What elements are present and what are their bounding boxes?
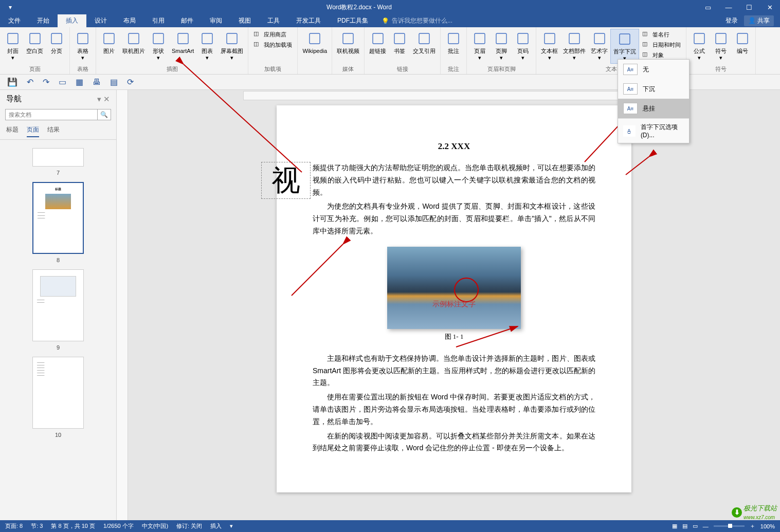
status-track[interactable]: 修订: 关闭 xyxy=(176,522,202,530)
view-web-icon[interactable]: ▭ xyxy=(693,523,698,529)
nav-tab-结果[interactable]: 结果 xyxy=(47,125,60,137)
ribbon-页脚-button[interactable]: 页脚▾ xyxy=(491,29,512,63)
menu-tab-布局[interactable]: 布局 xyxy=(115,14,144,27)
qat-btn[interactable]: ▦ xyxy=(76,77,83,87)
menu-tab-视图[interactable]: 视图 xyxy=(230,14,259,27)
ribbon-封面-button[interactable]: 封面▾ xyxy=(2,29,24,63)
menu-tabs: 文件开始插入设计布局引用邮件审阅视图工具开发工具PDF工具集💡告诉我您想要做什么… xyxy=(0,14,780,27)
ribbon-交叉引用-button[interactable]: 交叉引用 xyxy=(410,29,438,56)
ribbon-形状-button[interactable]: 形状▾ xyxy=(148,29,169,63)
ribbon-文档部件-button[interactable]: 文档部件▾ xyxy=(560,29,588,63)
minimize-button[interactable]: — xyxy=(718,0,739,14)
ribbon-符号-button[interactable]: 符号▾ xyxy=(710,29,732,63)
dropcap-frame[interactable]: 视 xyxy=(261,162,311,199)
svg-rect-8 xyxy=(202,33,212,44)
zoom-in-icon[interactable]: ＋ xyxy=(750,522,755,530)
ribbon-页眉-button[interactable]: 页眉▾ xyxy=(469,29,491,63)
title-bar: ▾ Word教程2.docx - Word ▭ — ☐ ✕ xyxy=(0,0,780,14)
dropdown-item-下沉[interactable]: A≡下沉 xyxy=(618,79,689,99)
status-lang[interactable]: 中文(中国) xyxy=(142,522,168,530)
horizontal-ruler xyxy=(243,91,665,100)
document-image[interactable]: 示例标注文字 xyxy=(387,247,521,329)
ribbon-display-options-icon[interactable]: ▭ xyxy=(698,0,718,14)
menu-tab-引用[interactable]: 引用 xyxy=(144,14,173,27)
ribbon-我的加载项-button[interactable]: ◫我的加载项 xyxy=(251,40,294,49)
ribbon-书签-button[interactable]: 书签 xyxy=(389,29,410,56)
ribbon-日期和时间-button[interactable]: ◫日期和时间 xyxy=(640,40,683,49)
qat-btn[interactable]: 🖶 xyxy=(93,78,101,87)
page-thumbnail-9[interactable]: ━━━━━━━━━━━━━━ xyxy=(32,269,84,341)
menu-tab-审阅[interactable]: 审阅 xyxy=(202,14,230,27)
undo-icon[interactable]: ↶ xyxy=(27,77,33,87)
dropdown-options[interactable]: A̲首字下沉选项(D)... xyxy=(618,119,689,143)
ribbon-页码-button[interactable]: 页码▾ xyxy=(512,29,534,63)
ribbon-签名行-button[interactable]: ◫签名行 xyxy=(640,30,683,39)
status-extra[interactable]: ▾ xyxy=(230,523,233,529)
save-icon[interactable]: 💾 xyxy=(7,77,17,87)
page-thumbnail-7[interactable] xyxy=(32,148,84,167)
ribbon-联机视频-button[interactable]: 联机视频 xyxy=(334,29,362,56)
menu-tab-开始[interactable]: 开始 xyxy=(29,14,58,27)
ribbon-编号-button[interactable]: 编号 xyxy=(732,29,753,56)
zoom-out-icon[interactable]: — xyxy=(703,523,709,529)
menu-tab-开发工具[interactable]: 开发工具 xyxy=(288,14,329,27)
maximize-button[interactable]: ☐ xyxy=(739,0,759,14)
status-pages[interactable]: 第 8 页，共 10 页 xyxy=(51,522,95,530)
share-button[interactable]: 👤 共享 xyxy=(744,15,774,26)
menu-tab-设计[interactable]: 设计 xyxy=(86,14,115,27)
menu-tab-工具[interactable]: 工具 xyxy=(259,14,288,27)
menu-tab-PDF工具集[interactable]: PDF工具集 xyxy=(329,14,376,27)
nav-dropdown-icon[interactable]: ▾ ✕ xyxy=(97,95,110,104)
ribbon-图表-button[interactable]: 图表▾ xyxy=(196,29,218,63)
ribbon-Wikipedia-button[interactable]: Wikipedia xyxy=(300,29,330,56)
close-button[interactable]: ✕ xyxy=(759,0,780,14)
status-mode[interactable]: 插入 xyxy=(210,522,222,530)
ribbon-group-label: 链接 xyxy=(367,64,438,74)
ribbon-屏幕截图-button[interactable]: 屏幕截图▾ xyxy=(218,29,246,63)
qat-btn[interactable]: ⟳ xyxy=(127,77,134,87)
ribbon-表格-button[interactable]: 表格▾ xyxy=(72,29,94,63)
view-read-icon[interactable]: ▤ xyxy=(682,523,687,529)
ribbon-group-label: 媒体 xyxy=(334,64,362,74)
menu-tab-插入[interactable]: 插入 xyxy=(58,14,86,27)
status-page[interactable]: 页面: 8 xyxy=(5,522,23,530)
dropcap-preview-icon: A≡ xyxy=(623,83,638,95)
page-thumbnail-10[interactable]: ━━━━━━━━━━━━━━━━━━━━━━━━━━━━━━━━━━━━━━━━… xyxy=(32,357,84,429)
redo-icon[interactable]: ↷ xyxy=(43,77,49,87)
nav-tab-页面[interactable]: 页面 xyxy=(27,125,39,137)
ribbon-应用商店-button[interactable]: ◫应用商店 xyxy=(251,30,294,39)
nav-tab-标题[interactable]: 标题 xyxy=(6,125,19,137)
ribbon-批注-button[interactable]: 批注 xyxy=(443,29,464,56)
menu-tab-邮件[interactable]: 邮件 xyxy=(173,14,202,27)
qat-btn[interactable]: ▭ xyxy=(59,77,66,87)
nav-search-box[interactable]: 🔍 xyxy=(5,109,111,120)
ribbon-SmartArt-button[interactable]: SmartArt xyxy=(169,29,196,56)
zoom-level[interactable]: 100% xyxy=(760,523,775,529)
main-area: 导航 ▾ ✕ 🔍 标题页面结果 7标题━━━━━━━━━━━━━━━━━━━━━… xyxy=(0,90,780,520)
status-section[interactable]: 节: 3 xyxy=(31,522,43,530)
menu-tab-文件[interactable]: 文件 xyxy=(0,14,29,27)
qat-btn[interactable]: ▤ xyxy=(110,77,118,87)
view-print-icon[interactable]: ▦ xyxy=(672,523,677,529)
ribbon-空白页-button[interactable]: 空白页 xyxy=(24,29,46,56)
app-menu-icon[interactable]: ▾ xyxy=(0,4,21,11)
status-words[interactable]: 1/2650 个字 xyxy=(103,522,134,530)
ribbon-icon xyxy=(199,30,215,47)
ribbon-对象-button[interactable]: ◫对象 xyxy=(640,50,683,60)
ribbon-文本框-button[interactable]: 文本框▾ xyxy=(538,29,560,63)
document-scroll[interactable]: 2.2 XXX 视 频提供了功能强大的方法帮助您证明您的观点。当您单击联机视频时… xyxy=(128,90,780,520)
login-link[interactable]: 登录 xyxy=(725,16,738,25)
ribbon-分页-button[interactable]: 分页 xyxy=(46,29,67,56)
ribbon-联机图片-button[interactable]: 联机图片 xyxy=(120,29,148,56)
tell-me-input[interactable]: 💡告诉我您想要做什么... xyxy=(382,16,452,25)
search-icon[interactable]: 🔍 xyxy=(97,109,111,120)
ribbon-超链接-button[interactable]: 超链接 xyxy=(367,29,389,56)
page-thumbnail-8[interactable]: 标题━━━━━━━━━━━━━━━━━━━━━ xyxy=(32,182,84,254)
ribbon-公式-button[interactable]: 公式▾ xyxy=(688,29,710,63)
document-page[interactable]: 2.2 XXX 视 频提供了功能强大的方法帮助您证明您的观点。当您单击联机视频时… xyxy=(277,105,631,492)
nav-search-input[interactable] xyxy=(6,109,97,120)
ribbon-图片-button[interactable]: 图片 xyxy=(98,29,120,56)
dropdown-item-悬挂[interactable]: A≡悬挂 xyxy=(618,99,689,118)
dropdown-item-无[interactable]: A≡无 xyxy=(618,60,689,79)
ribbon-艺术字-button[interactable]: 艺术字▾ xyxy=(588,29,610,63)
